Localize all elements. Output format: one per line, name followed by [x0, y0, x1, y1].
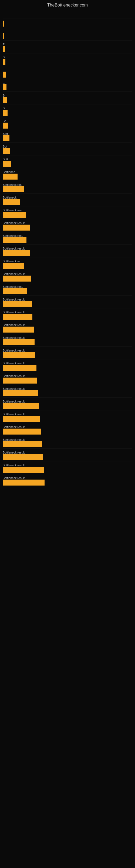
bar-fill	[3, 110, 8, 116]
bar-label: Bot	[3, 145, 7, 148]
bar-label: Bottleneck resu	[3, 285, 23, 288]
bar-fill	[3, 276, 31, 282]
bar-label: Bo	[3, 106, 6, 110]
bar-row: Bottleneck res	[3, 181, 132, 194]
chart-area: FFBEEBBoBoBottBotBottBottlenecBottleneck…	[0, 9, 135, 487]
bar-row: Bottleneck result	[3, 461, 132, 474]
site-header: TheBottlenecker.com	[0, 0, 135, 9]
bar-row: Bottleneck	[3, 194, 132, 207]
bar-fill	[3, 237, 27, 243]
bar-fill	[3, 352, 35, 358]
bar-fill	[3, 390, 38, 396]
bar-label: Bottleneck result	[3, 476, 25, 479]
bar-label: Bottleneck result	[3, 336, 25, 339]
bar-fill	[3, 72, 6, 78]
bar-row: Bottleneck result	[3, 385, 132, 398]
bar-label: F	[3, 30, 5, 33]
bar-row: Bottleneck result	[3, 321, 132, 334]
bar-row: Bottleneck result	[3, 245, 132, 257]
bar-fill	[3, 46, 5, 52]
bar-fill	[3, 263, 24, 269]
bar-fill	[3, 467, 44, 473]
site-title: TheBottlenecker.com	[0, 0, 135, 9]
bar-fill	[3, 174, 17, 180]
bar-label: Bottleneck result	[3, 374, 25, 378]
bar-row: Bottleneck result	[3, 360, 132, 372]
bar-label: Bottleneck result	[3, 362, 25, 365]
bar-fill	[3, 288, 27, 294]
bar-row	[3, 9, 132, 19]
bar-fill	[3, 327, 34, 333]
bar-row: Bo	[3, 117, 132, 130]
bar-fill	[3, 365, 37, 371]
bar-row: Bottleneck result	[3, 474, 132, 487]
bar-label: Bottleneck result	[3, 272, 25, 276]
bar-fill	[3, 135, 9, 141]
bar-label: Bottleneck result	[3, 311, 25, 314]
bar-row: Bottleneck result	[3, 296, 132, 308]
bar-fill	[3, 161, 11, 167]
bar-row	[3, 19, 132, 28]
bar-row: B	[3, 92, 132, 104]
bar-row: Bot	[3, 143, 132, 155]
bar-fill	[3, 479, 45, 486]
bar-label: Bott	[3, 132, 8, 135]
bar-label: Bottleneck res	[3, 183, 21, 186]
bar-fill	[3, 186, 24, 192]
bar-row: Bo	[3, 104, 132, 117]
bar-fill	[3, 314, 32, 320]
bar-label: Bottleneck result	[3, 438, 25, 441]
bar-row: E	[3, 79, 132, 92]
bar-row: Bottleneck result	[3, 372, 132, 385]
bar-label: Bottleneck result	[3, 247, 25, 250]
bar-fill	[3, 454, 43, 460]
bar-row: Bottleneck re	[3, 257, 132, 270]
bar-label: B	[3, 94, 5, 97]
bar-fill	[3, 250, 30, 256]
bar-row: Bottlenec	[3, 168, 132, 181]
bar-row: Bottleneck result	[3, 219, 132, 232]
bar-label: Bo	[3, 119, 6, 123]
bar-fill	[3, 429, 41, 435]
bar-fill	[3, 33, 4, 39]
bar-row: E	[3, 66, 132, 79]
bar-label: Bottleneck result	[3, 412, 25, 416]
bar-label: Bottleneck result	[3, 221, 25, 225]
bar-row: Bottleneck result	[3, 410, 132, 423]
bar-label: Bottleneck result	[3, 323, 25, 327]
bar-row: Bott	[3, 155, 132, 168]
bar-fill	[3, 301, 32, 307]
bar-label: Bottleneck re	[3, 259, 20, 263]
bar-label: Bottleneck result	[3, 387, 25, 390]
bar-row: Bottleneck result	[3, 436, 132, 448]
bar-row: Bottleneck resu	[3, 283, 132, 296]
bar-label: E	[3, 81, 5, 84]
bar-row: F	[3, 41, 132, 54]
bar-label: Bottleneck result	[3, 425, 25, 429]
bar-row: Bottleneck result	[3, 398, 132, 410]
bar-fill	[3, 199, 20, 205]
bar-label: B	[3, 56, 5, 59]
bar-row: Bottleneck result	[3, 334, 132, 347]
bar-fill	[3, 416, 40, 422]
bar-label: Bottleneck result	[3, 349, 25, 352]
bar-label: Bottleneck result	[3, 451, 25, 454]
bar-fill	[3, 441, 42, 447]
bar-row: B	[3, 54, 132, 66]
bar-label: F	[3, 43, 5, 46]
bar-label: Bottleneck resu	[3, 209, 23, 212]
bar-fill	[3, 148, 10, 154]
bar-label: Bottleneck result	[3, 464, 25, 467]
bar-fill	[3, 21, 4, 27]
bar-fill	[3, 378, 37, 383]
bar-row: F	[3, 28, 132, 41]
bar-fill	[3, 97, 7, 103]
bar-label: Bottleneck result	[3, 298, 25, 301]
bar-row: Bottleneck result	[3, 448, 132, 461]
bar-row: Bottleneck result	[3, 347, 132, 360]
bar-row: Bottleneck resu	[3, 207, 132, 219]
bar-fill	[3, 123, 8, 129]
bar-row: Bott	[3, 130, 132, 143]
bar-label: Bottleneck	[3, 196, 16, 199]
bar-fill	[3, 11, 3, 17]
